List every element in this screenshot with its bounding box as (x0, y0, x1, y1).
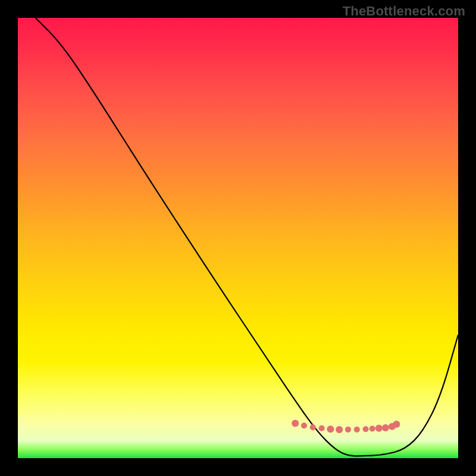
marker-dot (310, 424, 316, 430)
marker-dot (375, 425, 383, 432)
marker-dot (345, 427, 351, 433)
chart-svg (18, 18, 458, 458)
marker-dot (369, 425, 375, 431)
chart-container: TheBottleneck.com (0, 0, 476, 476)
marker-dot (354, 427, 360, 433)
marker-dot (319, 425, 325, 431)
marker-dot (336, 426, 343, 433)
marker-dot (382, 424, 389, 431)
marker-dot (301, 422, 307, 428)
marker-dot (327, 425, 334, 433)
watermark-text: TheBottleneck.com (343, 4, 465, 19)
marker-dot (393, 421, 400, 428)
highlighted-range-markers (292, 420, 400, 433)
plot-area (18, 18, 458, 458)
marker-dot (292, 420, 299, 427)
bottleneck-curve (36, 18, 458, 456)
marker-dot (363, 426, 369, 432)
